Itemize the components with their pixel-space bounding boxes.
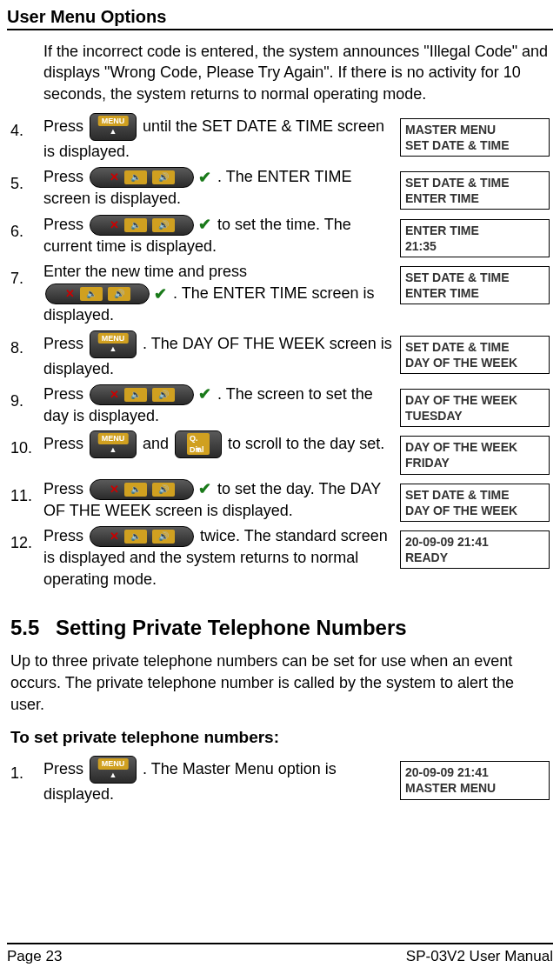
step-text-pre: Press (43, 527, 88, 544)
lcd-line2: SET DATE & TIME (405, 137, 544, 153)
lcd-line2: ENTER TIME (405, 190, 544, 206)
footer-left: Page 23 (7, 948, 62, 965)
step-9: Press ✕🔈🔊✔ . The screen to set the day i… (10, 384, 550, 427)
steps-list: Press until the SET DATE & TIME screen i… (10, 113, 550, 591)
step-5: Press ✕🔈🔊✔ . The ENTER TIME screen is di… (10, 166, 550, 210)
section-body: Up to three private telephone numbers ca… (10, 650, 550, 717)
qdial-button-icon (175, 430, 222, 458)
step2-1: Press . The Master Menu option is displa… (10, 756, 550, 805)
step-text-pre: Press (43, 216, 88, 233)
step-11: Press ✕🔈🔊✔ to set the day. The DAY OF TH… (10, 478, 550, 522)
check-icon: ✔ (196, 481, 213, 498)
lcd-display: SET DATE & TIME ENTER TIME (400, 266, 550, 304)
cancel-button-icon: ✕🔈🔊 (90, 526, 194, 547)
step-text-pre: Press (43, 480, 88, 497)
footer-right: SP-03V2 User Manual (406, 948, 553, 965)
lcd-line1: 20-09-09 21:41 (405, 534, 544, 550)
lcd-display: SET DATE & TIME ENTER TIME (400, 171, 550, 210)
lcd-display: MASTER MENU SET DATE & TIME (400, 118, 550, 157)
section-title: Setting Private Telephone Numbers (56, 616, 407, 640)
check-icon: ✔ (196, 169, 213, 186)
lcd-display: DAY OF THE WEEK FRIDAY (400, 436, 550, 474)
step-text-pre: Press (43, 385, 88, 403)
lcd-line2: ENTER TIME (405, 285, 544, 301)
cancel-button-icon: ✕🔈🔊 (90, 215, 194, 236)
page-footer: Page 23 SP-03V2 User Manual (7, 943, 553, 965)
step-8: Press . The DAY OF THE WEEK screen is di… (10, 330, 550, 380)
check-icon: ✔ (196, 386, 213, 404)
steps2-list: Press . The Master Menu option is displa… (10, 756, 550, 805)
check-icon: ✔ (151, 285, 169, 303)
lcd-line1: MASTER MENU (405, 122, 544, 137)
lcd-line2: 21:35 (405, 238, 544, 254)
cancel-button-icon: ✕🔈🔊 (45, 284, 150, 304)
lcd-display: SET DATE & TIME DAY OF THE WEEK (400, 336, 550, 374)
section-heading: 5.5 Setting Private Telephone Numbers (10, 616, 550, 640)
lcd-display: DAY OF THE WEEK TUESDAY (400, 389, 550, 427)
step-text-pre: Press (43, 168, 88, 185)
lcd-line2: TUESDAY (405, 408, 544, 424)
lcd-line1: SET DATE & TIME (405, 175, 544, 190)
lcd-display: 20-09-09 21:41 MASTER MENU (400, 761, 550, 799)
intro-paragraph: If the incorrect code is entered, the sy… (43, 41, 550, 104)
lcd-display: ENTER TIME 21:35 (400, 219, 550, 257)
lcd-line1: 20-09-09 21:41 (405, 764, 544, 780)
lcd-line2: DAY OF THE WEEK (405, 355, 544, 370)
cancel-button-icon: ✕🔈🔊 (90, 167, 194, 188)
step-text-pre: Press (43, 117, 88, 135)
lcd-line1: SET DATE & TIME (405, 270, 544, 285)
procedure-subhead: To set private telephone numbers: (10, 728, 550, 747)
menu-button-icon (90, 756, 137, 784)
lcd-line2: MASTER MENU (405, 780, 544, 796)
lcd-line1: DAY OF THE WEEK (405, 439, 544, 455)
step-10: Press and to scroll to the day set. DAY … (10, 430, 550, 474)
lcd-line2: DAY OF THE WEEK (405, 503, 544, 518)
lcd-display: SET DATE & TIME DAY OF THE WEEK (400, 484, 550, 522)
step-text-pre: Press (43, 760, 88, 777)
step-text-pre: Press (43, 334, 88, 351)
cancel-button-icon: ✕🔈🔊 (90, 384, 194, 405)
page-header: User Menu Options (7, 7, 553, 30)
lcd-line1: ENTER TIME (405, 223, 544, 238)
cancel-button-icon: ✕🔈🔊 (90, 479, 194, 500)
menu-button-icon (90, 430, 137, 458)
lcd-display: 20-09-09 21:41 READY (400, 530, 550, 569)
lcd-line1: SET DATE & TIME (405, 339, 544, 355)
lcd-line1: DAY OF THE WEEK (405, 392, 544, 408)
check-icon: ✔ (196, 217, 213, 234)
menu-button-icon (90, 330, 137, 358)
step-text-post: to scroll to the day set. (228, 435, 384, 452)
lcd-line2: READY (405, 550, 544, 565)
menu-button-icon (90, 113, 137, 141)
step-6: Press ✕🔈🔊✔ to set the time. The current … (10, 214, 550, 257)
step-text-mid: and (143, 435, 173, 452)
step-text-pre: Enter the new time and press (43, 263, 247, 280)
step-text-pre: Press (43, 435, 88, 452)
step-12: Press ✕🔈🔊 twice. The standard screen is … (10, 525, 550, 591)
lcd-line2: FRIDAY (405, 455, 544, 470)
lcd-line1: SET DATE & TIME (405, 487, 544, 503)
step-7: Enter the new time and press ✕🔈🔊✔ . The … (10, 261, 550, 327)
section-number: 5.5 (10, 616, 43, 640)
step-4: Press until the SET DATE & TIME screen i… (10, 113, 550, 163)
